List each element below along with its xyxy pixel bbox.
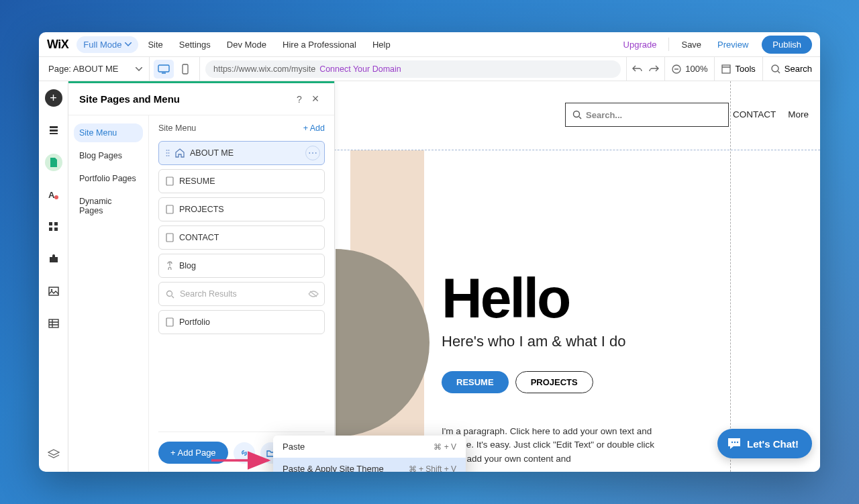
svg-point-24	[168, 152, 170, 154]
connect-domain-link[interactable]: Connect Your Domain	[319, 64, 401, 74]
panel-pages-list: Site Menu + Add ABOUT ME ⋯ RESUME	[149, 115, 334, 472]
menu-label: Paste & Apply Site Theme	[283, 464, 384, 472]
svg-point-21	[166, 150, 168, 151]
cat-site-menu[interactable]: Site Menu	[74, 123, 143, 142]
addons-button[interactable]	[45, 250, 62, 268]
chevron-down-icon	[125, 42, 132, 46]
nav-more[interactable]: More	[788, 109, 809, 119]
page-selector[interactable]: Page: ABOUT ME	[39, 57, 150, 81]
redo-icon[interactable]	[648, 64, 659, 74]
page-name: Search Results	[180, 289, 237, 299]
page-about-me[interactable]: ABOUT ME ⋯	[158, 141, 325, 165]
hero-paragraph[interactable]: I'm a paragraph. Click here to add your …	[442, 425, 656, 466]
page-label: Page: ABOUT ME	[48, 64, 119, 74]
projects-button[interactable]: PROJECTS	[515, 371, 593, 393]
nav-contact[interactable]: CONTACT	[733, 109, 776, 119]
blog-icon	[166, 261, 174, 270]
svg-rect-7	[50, 133, 58, 134]
media-button[interactable]	[45, 283, 62, 300]
context-menu: Paste ⌘ + V Paste & Apply Site Theme ⌘ +…	[273, 436, 466, 472]
page-icon	[48, 157, 58, 168]
menu-help[interactable]: Help	[366, 40, 397, 50]
page-more-button[interactable]: ⋯	[305, 146, 320, 160]
svg-point-22	[168, 150, 170, 151]
theme-button[interactable]: A	[45, 186, 62, 203]
mode-selector[interactable]: Full Mode	[77, 36, 138, 53]
add-element-button[interactable]: +	[45, 89, 62, 107]
desktop-device-button[interactable]	[154, 60, 174, 79]
url-field[interactable]: https://www.wix.com/mysite Connect Your …	[205, 60, 621, 78]
mobile-device-button[interactable]	[175, 60, 195, 79]
menu-hire[interactable]: Hire a Professional	[276, 40, 363, 50]
svg-rect-13	[54, 228, 58, 231]
menu-settings[interactable]: Settings	[172, 40, 217, 50]
pages-button[interactable]	[45, 154, 62, 171]
svg-rect-11	[54, 222, 58, 225]
undo-icon[interactable]	[632, 64, 643, 74]
svg-point-30	[167, 291, 172, 296]
cat-dynamic-pages[interactable]: Dynamic Pages	[74, 192, 143, 220]
layers-icon	[48, 449, 60, 460]
svg-rect-3	[722, 65, 730, 73]
svg-point-20	[737, 442, 738, 443]
search-button[interactable]: Search	[763, 57, 820, 81]
tools-button[interactable]: Tools	[715, 57, 762, 81]
menu-site[interactable]: Site	[141, 40, 169, 50]
svg-point-15	[50, 289, 52, 291]
layers-bottom-button[interactable]	[46, 446, 62, 462]
cat-portfolio-pages[interactable]: Portfolio Pages	[74, 169, 143, 188]
menu-shortcut: ⌘ + V	[434, 442, 456, 452]
page-icon	[166, 317, 174, 327]
layers-button[interactable]	[45, 121, 62, 139]
chat-icon	[727, 437, 742, 450]
panel-help-button[interactable]: ?	[291, 94, 307, 105]
page-projects[interactable]: PROJECTS	[158, 197, 325, 221]
svg-rect-31	[166, 318, 173, 326]
chat-widget[interactable]: Let's Chat!	[717, 429, 812, 458]
upgrade-link[interactable]: Upgrade	[617, 40, 664, 50]
cat-blog-pages[interactable]: Blog Pages	[74, 146, 143, 165]
page-name: CONTACT	[179, 233, 219, 242]
page-icon	[166, 205, 174, 214]
hero-title[interactable]: Hello	[442, 266, 569, 331]
svg-point-26	[168, 155, 170, 156]
menu-paste[interactable]: Paste ⌘ + V	[273, 436, 466, 458]
page-portfolio[interactable]: Portfolio	[158, 310, 325, 334]
menu-paste-apply-theme[interactable]: Paste & Apply Site Theme ⌘ + Shift + V	[273, 458, 466, 472]
tools-icon	[721, 64, 731, 74]
chevron-down-icon	[136, 67, 142, 71]
home-icon	[175, 148, 185, 158]
mobile-icon	[182, 64, 189, 74]
apps-button[interactable]	[45, 218, 62, 236]
page-blog[interactable]: Blog	[158, 254, 325, 278]
menu-devmode[interactable]: Dev Mode	[220, 40, 273, 50]
svg-rect-27	[166, 177, 173, 185]
data-button[interactable]	[45, 315, 62, 332]
site-search-input[interactable]: Search...	[565, 103, 729, 127]
svg-point-17	[574, 111, 580, 117]
svg-rect-5	[50, 126, 58, 128]
stack-icon	[48, 125, 59, 135]
chat-label: Let's Chat!	[747, 438, 799, 450]
zoom-out-icon	[672, 64, 681, 74]
panel-close-button[interactable]: ×	[307, 92, 323, 106]
save-button[interactable]: Save	[674, 40, 708, 50]
page-resume[interactable]: RESUME	[158, 169, 325, 193]
svg-point-18	[731, 442, 733, 443]
add-section-button[interactable]: + Add	[303, 123, 325, 133]
publish-button[interactable]: Publish	[762, 36, 812, 54]
page-name: Blog	[179, 261, 196, 270]
site-nav: CONTACT More	[733, 109, 809, 119]
page-contact[interactable]: CONTACT	[158, 225, 325, 250]
page-search-results[interactable]: Search Results	[158, 282, 325, 306]
preview-button[interactable]: Preview	[711, 40, 755, 50]
resume-button[interactable]: RESUME	[442, 371, 509, 393]
hero-buttons: RESUME PROJECTS	[442, 371, 593, 393]
menu-shortcut: ⌘ + Shift + V	[409, 464, 456, 472]
image-icon	[48, 287, 59, 296]
drag-icon[interactable]	[166, 149, 170, 157]
section-label: Site Menu	[158, 123, 196, 133]
page-icon	[166, 233, 174, 242]
hero-subtitle[interactable]: Here's who I am & what I do	[442, 333, 625, 350]
zoom-control[interactable]: 100%	[665, 57, 715, 81]
